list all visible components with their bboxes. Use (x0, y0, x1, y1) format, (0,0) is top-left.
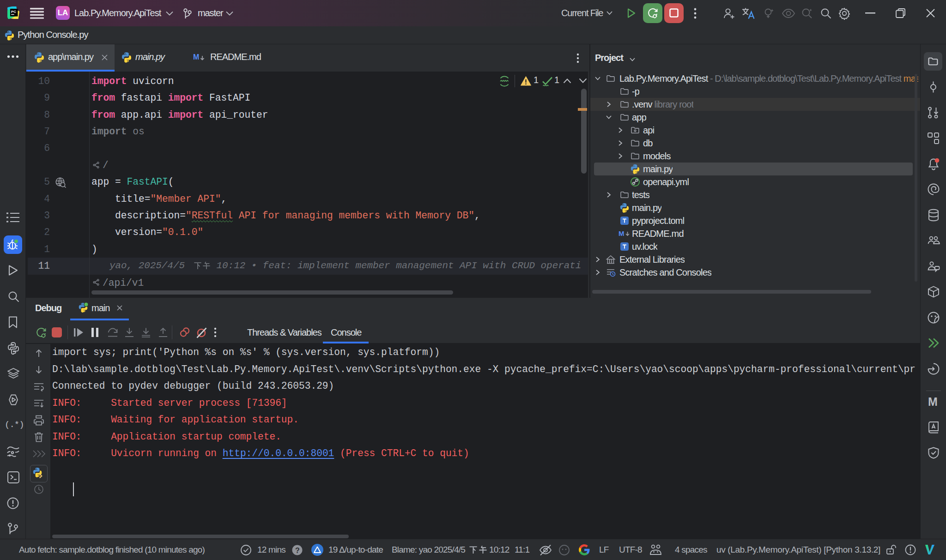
svg-text:M: M (619, 229, 625, 237)
svg-text:PC: PC (11, 10, 16, 14)
svg-text:M: M (193, 53, 199, 61)
svg-text:?: ? (295, 547, 300, 554)
